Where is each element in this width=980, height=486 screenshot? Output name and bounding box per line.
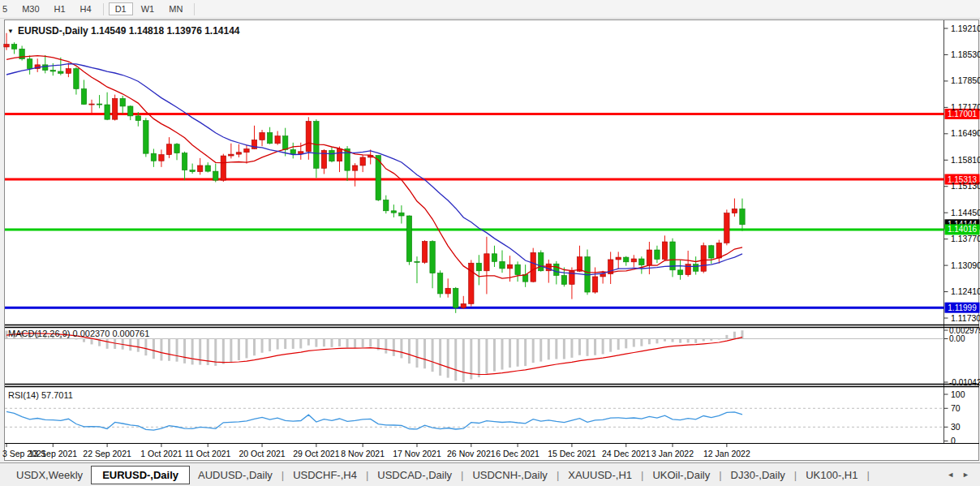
chart-tab-usdcnh-daily[interactable]: USDCNH-,Daily bbox=[464, 467, 555, 484]
chart-tab-usdcad-daily[interactable]: USDCAD-,Daily bbox=[369, 467, 460, 484]
macd-histogram-bar bbox=[385, 338, 387, 353]
tab-scroll-left-icon[interactable]: ◄ bbox=[943, 471, 958, 479]
macd-histogram-bar bbox=[672, 338, 674, 342]
macd-histogram-bar bbox=[230, 338, 232, 362]
price-tick-label: 1.15810 bbox=[951, 155, 980, 165]
candle bbox=[693, 265, 698, 272]
candle bbox=[260, 132, 264, 140]
chart-tab-audusd-daily[interactable]: AUDUSD-,Daily bbox=[190, 467, 281, 484]
date-label: 11 Oct 2021 bbox=[185, 449, 231, 458]
macd-histogram-bar bbox=[153, 338, 155, 359]
candle bbox=[515, 265, 520, 274]
chart-tab-dj30-daily[interactable]: DJ30-,Daily bbox=[723, 467, 793, 484]
candle bbox=[159, 155, 164, 161]
candle bbox=[437, 273, 442, 294]
chart-expand-icon[interactable]: ▼ bbox=[7, 28, 14, 35]
chart-tab-xauusd-h1[interactable]: XAUUSD-,H1 bbox=[560, 467, 640, 484]
macd-histogram-bar bbox=[602, 338, 604, 354]
chart-title: EURUSD-,Daily 1.14549 1.14818 1.13976 1.… bbox=[18, 25, 240, 37]
macd-histogram-bar bbox=[176, 338, 178, 361]
candle bbox=[213, 171, 218, 180]
candle bbox=[724, 213, 729, 243]
macd-histogram-bar bbox=[454, 338, 457, 381]
macd-histogram-bar bbox=[609, 338, 612, 351]
candle bbox=[732, 209, 737, 213]
macd-histogram-bar bbox=[710, 338, 712, 340]
chart-tab-uk100-h1[interactable]: UK100-,H1 bbox=[797, 467, 866, 484]
candle bbox=[716, 243, 721, 258]
macd-histogram-bar bbox=[269, 338, 271, 351]
macd-histogram-bar bbox=[106, 338, 109, 348]
candle bbox=[81, 88, 86, 104]
chart-canvas[interactable]: 1.141441.170011.153131.140161.119991.192… bbox=[0, 19, 980, 462]
macd-histogram-bar bbox=[633, 338, 635, 346]
candle bbox=[677, 270, 682, 275]
candle bbox=[616, 257, 621, 260]
candle bbox=[352, 166, 357, 170]
price-tick-label: 1.13090 bbox=[951, 260, 980, 270]
candle bbox=[531, 252, 535, 282]
candle bbox=[406, 216, 411, 261]
candle bbox=[415, 261, 419, 262]
macd-histogram-bar bbox=[532, 338, 535, 363]
timeframe-button-W1[interactable]: W1 bbox=[135, 2, 161, 15]
macd-histogram-bar bbox=[679, 338, 681, 342]
rsi-tick-label: 70 bbox=[951, 403, 961, 413]
timeframe-button-M30[interactable]: M30 bbox=[15, 2, 45, 15]
macd-histogram-bar bbox=[587, 338, 589, 355]
macd-histogram-bar bbox=[369, 338, 372, 346]
svg-text:1.11999: 1.11999 bbox=[948, 303, 977, 312]
tab-scroll-right-icon[interactable]: ► bbox=[958, 471, 974, 479]
timeframe-button-5[interactable]: 5 bbox=[1, 2, 14, 15]
macd-histogram-bar bbox=[129, 338, 131, 351]
macd-histogram-bar bbox=[338, 338, 341, 346]
date-label: 29 Oct 2021 bbox=[293, 449, 339, 458]
candle bbox=[120, 98, 125, 106]
timeframe-button-H4[interactable]: H4 bbox=[74, 2, 98, 15]
rsi-tick-label: 100 bbox=[951, 389, 965, 399]
candle bbox=[27, 59, 32, 69]
timeframe-button-H1[interactable]: H1 bbox=[48, 2, 72, 15]
chart-tab-ukoil-daily[interactable]: UKOil-,Daily bbox=[644, 467, 718, 484]
macd-histogram-bar bbox=[75, 338, 77, 339]
candle bbox=[89, 104, 94, 105]
macd-histogram-bar bbox=[323, 338, 325, 346]
chart-tab-bar: USDX,WeeklyEURUSD-,DailyAUDUSD-,Daily|US… bbox=[0, 462, 980, 486]
chart-tab-eurusd-daily[interactable]: EURUSD-,Daily bbox=[91, 466, 190, 484]
candle bbox=[282, 136, 287, 150]
candle bbox=[74, 69, 79, 89]
macd-histogram-bar bbox=[703, 338, 705, 341]
candle bbox=[453, 288, 458, 308]
toolbar-separator bbox=[103, 3, 104, 15]
macd-histogram-bar bbox=[393, 338, 395, 355]
macd-histogram-bar bbox=[548, 338, 550, 359]
candle bbox=[492, 254, 496, 262]
candle bbox=[11, 45, 16, 49]
macd-histogram-bar bbox=[640, 338, 643, 346]
macd-histogram-bar bbox=[354, 338, 356, 347]
chart-tab-usdx-weekly[interactable]: USDX,Weekly bbox=[8, 467, 91, 484]
candle bbox=[97, 104, 101, 105]
candle bbox=[461, 303, 466, 308]
candle bbox=[43, 65, 48, 71]
date-label: 6 Dec 2021 bbox=[496, 449, 539, 458]
candle bbox=[144, 121, 148, 154]
timeframe-button-D1[interactable]: D1 bbox=[109, 2, 133, 15]
macd-histogram-bar bbox=[183, 338, 186, 363]
macd-histogram-bar bbox=[160, 338, 162, 360]
timeframe-button-MN[interactable]: MN bbox=[162, 2, 189, 15]
timeframe-toolbar: 5M30H1H4D1W1MN bbox=[0, 0, 980, 19]
chart-tab-usdchf-h4[interactable]: USDCHF-,H4 bbox=[285, 467, 365, 484]
candle bbox=[631, 259, 636, 262]
date-label: 17 Nov 2021 bbox=[393, 449, 441, 458]
candle bbox=[399, 213, 404, 216]
candle bbox=[128, 106, 133, 116]
candle bbox=[267, 132, 272, 143]
macd-tick-label: -0.010422 bbox=[949, 378, 980, 387]
candle bbox=[662, 242, 667, 259]
chart-window[interactable]: ▼ EURUSD-,Daily 1.14549 1.14818 1.13976 … bbox=[0, 19, 980, 462]
candle bbox=[174, 144, 179, 153]
macd-histogram-bar bbox=[539, 338, 542, 361]
macd-histogram-bar bbox=[315, 338, 317, 346]
candle bbox=[647, 250, 651, 265]
